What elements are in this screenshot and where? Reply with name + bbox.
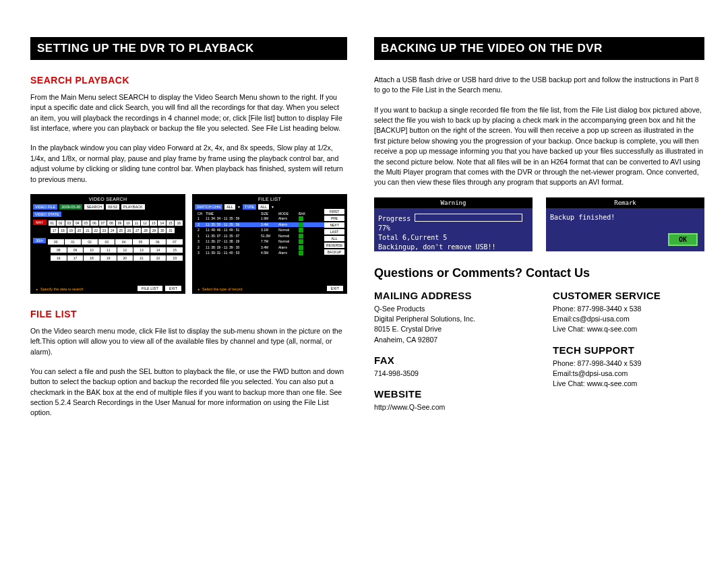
side-button[interactable]: NEXT (324, 222, 344, 228)
file-list-row[interactable]: 311: 39: 31 - 11: 40 : 534.5MAlarm (195, 251, 344, 255)
heading-customer-service: CUSTOMER SERVICE (553, 290, 704, 301)
calendar-cell[interactable]: 01 (65, 239, 81, 245)
calendar-cell[interactable]: 28 (142, 228, 149, 233)
calendar-cell[interactable]: 22 (150, 255, 166, 261)
side-button[interactable]: PRE (324, 216, 344, 221)
progress-label: Progress (378, 215, 411, 222)
type-value[interactable]: ALL (258, 204, 269, 210)
calendar-cell[interactable]: 11 (133, 220, 141, 226)
ok-button[interactable]: OK (668, 233, 698, 246)
bak-checkbox[interactable] (299, 216, 303, 221)
hours-row3: 1617181920212223 (51, 255, 183, 261)
bak-checkbox[interactable] (299, 245, 303, 250)
calendar-cell[interactable]: 20 (117, 255, 133, 261)
file-list-row[interactable]: 111: 34: 34 - 11: 35 : 591.9MAlarm (195, 216, 344, 221)
calendar-cell[interactable]: 01 (49, 220, 57, 226)
switch-chn-value[interactable]: ALL (224, 204, 235, 210)
file-list-table: CHTIMESIZEMODEBAK 111: 34: 34 - 11: 35 :… (195, 212, 344, 256)
side-button[interactable]: LAST (324, 229, 344, 235)
calendar-cell[interactable]: 15 (166, 247, 183, 253)
calendar-cell[interactable]: 15 (166, 220, 175, 226)
file-list-screenshot: FILE LIST SWITCH CHN ALL ▼ TYPE ALL ▼ CH… (192, 194, 347, 294)
popup-warning-title: Warning (374, 197, 533, 208)
bak-checkbox[interactable] (299, 251, 303, 255)
calendar-cell[interactable]: 14 (158, 220, 166, 226)
calendar-cell[interactable]: 05 (133, 239, 149, 245)
calendar-cell[interactable]: 25 (117, 228, 125, 233)
calendar-cell[interactable]: 12 (117, 247, 133, 253)
calendar-cell[interactable]: 31 (166, 228, 174, 233)
calendar-cell[interactable]: 07 (166, 239, 183, 245)
calendar-cell[interactable]: 20 (75, 228, 83, 233)
calendar-cell[interactable]: 16 (51, 255, 67, 261)
calendar-cell[interactable]: 09 (67, 247, 84, 253)
calendar-cell[interactable]: 12 (141, 220, 149, 226)
calendar-cell[interactable]: 22 (92, 228, 100, 233)
bak-checkbox[interactable] (299, 239, 303, 244)
calendar-cell[interactable]: 10 (84, 247, 100, 253)
calendar-cell[interactable]: 27 (133, 228, 141, 233)
calendar-cell[interactable]: 02 (82, 239, 98, 245)
heading-search-playback: SEARCH PLAYBACK (30, 75, 347, 86)
playback-button[interactable]: PLAYBACK (121, 204, 145, 210)
file-list-exit-button[interactable]: EXIT (327, 286, 343, 291)
banner-setup: SETTING UP THE DVR TO PLAYBACK (30, 37, 347, 60)
calendar-cell[interactable]: 19 (100, 255, 117, 261)
bak-checkbox[interactable] (299, 228, 303, 232)
popup-remark: Remark Backup finished! OK (546, 197, 704, 251)
calendar-cell[interactable]: 24 (109, 228, 116, 233)
calendar-cell[interactable]: 23 (166, 255, 183, 261)
calendar-cell[interactable]: 13 (150, 220, 158, 226)
calendar-cell[interactable]: 23 (100, 228, 108, 233)
calendar-cell[interactable]: 17 (67, 255, 84, 261)
calendar-cell[interactable]: 11 (100, 247, 117, 253)
search-button[interactable]: SEARCH (84, 204, 104, 210)
side-button[interactable]: FIRST (324, 209, 344, 214)
month-label: MAY (33, 220, 47, 225)
calendar-cell[interactable]: 26 (125, 228, 133, 233)
thirtieth-label: 30th (33, 238, 46, 243)
calendar-cell[interactable]: 04 (73, 220, 82, 226)
calendar-cell[interactable]: 14 (150, 247, 166, 253)
switch-chn-label: SWITCH CHN (195, 204, 222, 210)
calendar-cell[interactable]: 18 (59, 228, 66, 233)
calendar-cell[interactable]: 09 (116, 220, 124, 226)
calendar-cell[interactable]: 02 (57, 220, 65, 226)
file-list-row[interactable]: 311: 36: 27 - 11: 38 : 297.7MNormal (195, 239, 344, 244)
calendar-cell[interactable]: 19 (67, 228, 75, 233)
side-button[interactable]: ALL (324, 236, 344, 241)
file-list-row[interactable]: 111: 35: 07 - 11: 35 : 0751.3MNormal (195, 234, 344, 239)
calendar-cell[interactable]: 13 (133, 247, 150, 253)
exit-button[interactable]: EXIT (165, 286, 181, 291)
side-button[interactable]: REVERSE (324, 243, 344, 248)
calendar-cell[interactable]: 30 (158, 228, 166, 233)
calendar-cell[interactable]: 03 (98, 239, 115, 245)
calendar-cell[interactable]: 21 (84, 228, 91, 233)
calendar-days-row1: 01020304050607080910111213141516 (49, 220, 183, 226)
file-list-row[interactable]: 211: 38: 29 - 11: 39 : 303.4MAlarm (195, 245, 344, 250)
calendar-cell[interactable]: 17 (51, 228, 58, 233)
calendar-cell[interactable]: 29 (150, 228, 158, 233)
calendar-cell[interactable]: 18 (84, 255, 100, 261)
calendar-cell[interactable]: 00 (48, 239, 64, 245)
calendar-cell[interactable]: 10 (124, 220, 132, 226)
file-list-row[interactable]: 211: 49: 46 - 11: 49 : 513.1MNormal (195, 228, 344, 232)
calendar-cell[interactable]: 07 (99, 220, 107, 226)
progress-bar (415, 214, 522, 222)
calendar-cell[interactable]: 05 (82, 220, 90, 226)
calendar-cell[interactable]: 03 (65, 220, 73, 226)
calendar-cell[interactable]: 04 (115, 239, 131, 245)
heading-contact-us: Questions or Comments? Contact Us (374, 266, 704, 280)
calendar-cell[interactable]: 08 (107, 220, 115, 226)
calendar-cell[interactable]: 08 (51, 247, 67, 253)
calendar-cell[interactable]: 06 (150, 239, 166, 245)
left-column: SETTING UP THE DVR TO PLAYBACK SEARCH PL… (30, 37, 347, 525)
file-list-row[interactable]: 311: 35: 55 - 11: 35 : 563.4MAlarm (195, 222, 344, 227)
calendar-cell[interactable]: 06 (90, 220, 98, 226)
side-button[interactable]: BACKUP (324, 249, 344, 255)
bak-checkbox[interactable] (299, 222, 303, 227)
file-list-button[interactable]: FILE LIST (138, 286, 162, 291)
calendar-cell[interactable]: 21 (133, 255, 150, 261)
bak-checkbox[interactable] (299, 234, 303, 239)
calendar-cell[interactable]: 16 (175, 220, 183, 226)
